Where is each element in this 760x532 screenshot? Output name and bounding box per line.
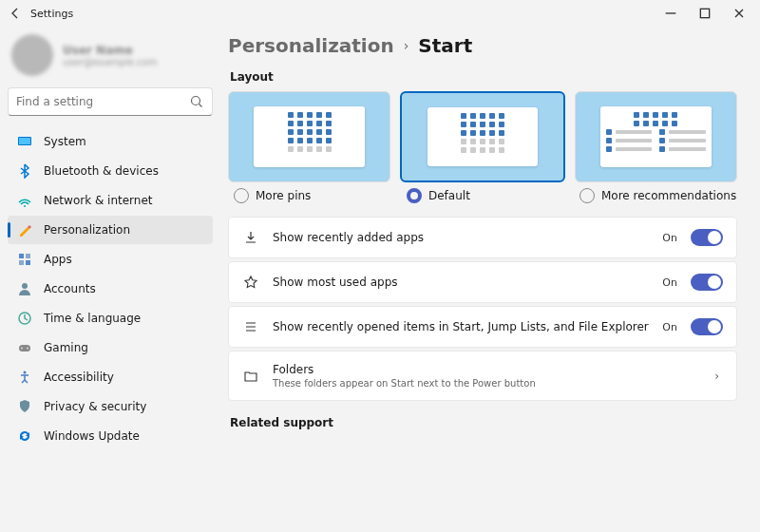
- radio-label: More recommendations: [601, 189, 736, 202]
- toggle-state: On: [662, 321, 677, 333]
- sidebar-item-apps[interactable]: Apps: [8, 245, 213, 274]
- list-icon: [242, 318, 259, 335]
- radio-icon: [580, 188, 595, 203]
- sidebar-item-label: Accounts: [44, 282, 96, 295]
- sidebar-item-label: Windows Update: [44, 429, 140, 443]
- svg-rect-7: [19, 260, 24, 265]
- svg-point-14: [24, 371, 27, 374]
- sidebar-item-label: Bluetooth & devices: [44, 164, 159, 178]
- sidebar-item-privacy[interactable]: Privacy & security: [8, 392, 213, 421]
- toggle-state: On: [662, 276, 677, 289]
- download-icon: [242, 229, 259, 246]
- setting-most-used: Show most used apps On: [228, 261, 737, 303]
- sidebar-item-label: Network & internet: [44, 194, 153, 207]
- svg-rect-5: [19, 254, 24, 258]
- close-button[interactable]: [722, 0, 756, 27]
- update-icon: [17, 428, 32, 444]
- minimize-button[interactable]: [654, 0, 688, 27]
- layout-more-pins[interactable]: [228, 91, 390, 182]
- titlebar: Settings: [0, 0, 760, 27]
- setting-label: Show recently opened items in Start, Jum…: [273, 320, 649, 333]
- sidebar-item-label: System: [44, 135, 86, 148]
- svg-point-12: [21, 348, 23, 350]
- setting-label: Show recently added apps: [273, 231, 649, 244]
- section-layout-title: Layout: [230, 70, 737, 84]
- sidebar-item-accessibility[interactable]: Accessibility: [8, 363, 213, 391]
- sidebar-item-accounts[interactable]: Accounts: [8, 275, 213, 303]
- section-related-title: Related support: [230, 416, 737, 429]
- setting-sublabel: These folders appear on Start next to th…: [273, 378, 697, 389]
- personalization-icon: [17, 222, 32, 238]
- search-icon: [189, 94, 204, 109]
- privacy-icon: [17, 399, 32, 414]
- accessibility-icon: [17, 370, 32, 385]
- svg-rect-0: [700, 9, 709, 17]
- setting-label: Folders: [273, 363, 697, 376]
- time-icon: [17, 311, 32, 326]
- layout-default[interactable]: [400, 91, 564, 182]
- folder-icon: [242, 368, 259, 385]
- svg-rect-8: [26, 260, 30, 265]
- maximize-button[interactable]: [688, 0, 722, 27]
- sidebar-item-bluetooth[interactable]: Bluetooth & devices: [8, 157, 213, 185]
- sidebar-item-label: Accessibility: [44, 370, 114, 384]
- accounts-icon: [17, 281, 32, 296]
- sidebar-item-update[interactable]: Windows Update: [8, 422, 213, 450]
- setting-recently-added: Show recently added apps On: [228, 217, 737, 258]
- layout-options: [228, 91, 737, 182]
- svg-rect-6: [26, 254, 30, 258]
- sidebar-item-network[interactable]: Network & internet: [8, 186, 213, 215]
- star-icon: [242, 274, 259, 291]
- search-box[interactable]: [8, 87, 213, 116]
- back-button[interactable]: [8, 6, 23, 21]
- apps-icon: [17, 252, 32, 267]
- toggle-recent-items[interactable]: [691, 318, 723, 335]
- radio-default[interactable]: Default: [401, 188, 564, 203]
- radio-icon: [234, 188, 249, 203]
- svg-point-1: [192, 97, 200, 105]
- setting-label: Show most used apps: [273, 276, 649, 289]
- radio-label: Default: [428, 189, 470, 202]
- breadcrumb-parent[interactable]: Personalization: [228, 34, 394, 57]
- breadcrumb-current: Start: [418, 34, 472, 57]
- setting-folders[interactable]: Folders These folders appear on Start ne…: [228, 351, 737, 401]
- svg-rect-11: [19, 345, 30, 352]
- sidebar-item-label: Personalization: [44, 223, 130, 237]
- layout-more-recs[interactable]: [575, 91, 737, 182]
- toggle-most-used[interactable]: [691, 274, 723, 291]
- sidebar: User Name user@example.com System Blueto…: [0, 27, 220, 532]
- svg-point-13: [27, 348, 28, 350]
- svg-rect-3: [19, 138, 30, 144]
- system-icon: [17, 134, 32, 149]
- breadcrumb: Personalization › Start: [228, 34, 737, 57]
- sidebar-item-label: Apps: [44, 253, 72, 266]
- radio-icon: [407, 188, 422, 203]
- gaming-icon: [17, 340, 32, 355]
- setting-recent-items: Show recently opened items in Start, Jum…: [228, 306, 737, 348]
- network-icon: [17, 193, 32, 208]
- avatar: [11, 34, 53, 76]
- search-input[interactable]: [16, 95, 189, 108]
- profile-name: User Name: [63, 44, 157, 57]
- layout-radios: More pins Default More recommendations: [228, 188, 737, 203]
- sidebar-item-label: Privacy & security: [44, 400, 146, 413]
- radio-more-recs[interactable]: More recommendations: [574, 188, 737, 203]
- bluetooth-icon: [17, 163, 32, 179]
- sidebar-item-gaming[interactable]: Gaming: [8, 333, 213, 362]
- sidebar-item-label: Time & language: [44, 312, 141, 325]
- nav: System Bluetooth & devices Network & int…: [8, 127, 213, 450]
- sidebar-item-time[interactable]: Time & language: [8, 304, 213, 332]
- sidebar-item-system[interactable]: System: [8, 127, 213, 156]
- sidebar-item-personalization[interactable]: Personalization: [8, 216, 213, 244]
- chevron-right-icon: ›: [404, 38, 409, 53]
- profile[interactable]: User Name user@example.com: [8, 30, 213, 87]
- window-title: Settings: [30, 8, 73, 20]
- toggle-recently-added[interactable]: [691, 229, 723, 246]
- toggle-state: On: [662, 232, 677, 244]
- svg-point-9: [22, 283, 28, 289]
- radio-more-pins[interactable]: More pins: [228, 188, 391, 203]
- chevron-right-icon: ›: [711, 370, 723, 383]
- svg-point-4: [24, 205, 26, 207]
- sidebar-item-label: Gaming: [44, 341, 88, 354]
- radio-label: More pins: [256, 189, 311, 202]
